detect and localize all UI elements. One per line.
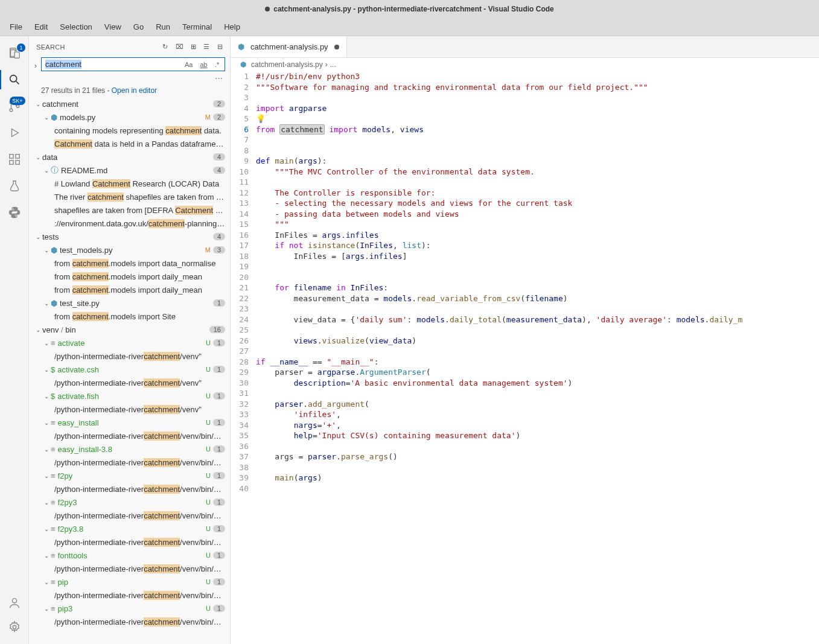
title-bar: catchment-analysis.py - python-intermedi… <box>0 0 819 18</box>
svg-point-3 <box>16 105 19 108</box>
result-line[interactable]: from catchment.models import Site <box>29 310 230 323</box>
svg-point-2 <box>10 109 13 112</box>
toggle-replace-icon[interactable]: › <box>31 61 40 70</box>
sidebar-title: SEARCH <box>36 43 65 51</box>
result-line[interactable]: The river catchment shapefiles are taken… <box>29 190 230 203</box>
result-line[interactable]: Catchment data is held in a Pandas dataf… <box>29 137 230 150</box>
activity-bar: 1 SK+ <box>0 36 29 644</box>
match-case-icon[interactable]: Aa <box>183 60 194 69</box>
menu-run[interactable]: Run <box>151 20 175 34</box>
menu-bar: File Edit Selection View Go Run Terminal… <box>0 18 819 36</box>
settings-gear-icon[interactable] <box>0 615 29 639</box>
result-line[interactable]: /python-intermediate-rivercatchment/venv… <box>29 562 230 575</box>
search-more-icon[interactable]: ⋯ <box>29 74 230 84</box>
file-pip[interactable]: ⌄≡pipU1 <box>29 575 230 588</box>
file-test-site[interactable]: ⌄⬢test_site.py1 <box>29 296 230 310</box>
sidebar-header: SEARCH ↻ ⌧ ⊞ ☰ ⊟ <box>29 36 230 57</box>
file-test-models[interactable]: ⌄⬢test_models.pyM3 <box>29 243 230 257</box>
folder-tests[interactable]: ⌄tests4 <box>29 230 230 243</box>
view-tree-icon[interactable]: ☰ <box>203 43 209 51</box>
code-content[interactable]: #!/usr/bin/env python3 """Software for m… <box>256 71 819 644</box>
folder-data[interactable]: ⌄data4 <box>29 150 230 164</box>
python-icon[interactable] <box>0 200 29 225</box>
result-line[interactable]: /python-intermediate-rivercatchment/venv… <box>29 535 230 549</box>
file-readme[interactable]: ⌄ⓘREADME.md4 <box>29 164 230 177</box>
file-activate[interactable]: ⌄≡activateU1 <box>29 336 230 349</box>
whole-word-icon[interactable]: ab <box>198 60 209 69</box>
python-file-icon: ⬢ <box>240 60 246 69</box>
svg-rect-6 <box>15 161 19 164</box>
result-line[interactable]: /python-intermediate-rivercatchment/venv… <box>29 456 230 469</box>
menu-go[interactable]: Go <box>129 20 148 34</box>
svg-rect-5 <box>9 161 13 164</box>
result-line[interactable]: /python-intermediate-rivercatchment/venv… <box>29 376 230 389</box>
result-line[interactable]: containing models representing catchment… <box>29 124 230 137</box>
result-line[interactable]: shapefiles are taken from [DEFRA Catchme… <box>29 203 230 217</box>
result-line[interactable]: # Lowland Catchment Research (LOCAR) Dat… <box>29 177 230 190</box>
svg-point-8 <box>12 599 16 603</box>
result-line[interactable]: from catchment.models import daily_mean <box>29 283 230 296</box>
dirty-dot-icon <box>265 7 270 11</box>
testing-icon[interactable] <box>0 174 29 198</box>
svg-point-0 <box>10 75 16 82</box>
tab-bar: ⬢ catchment-analysis.py <box>231 36 819 58</box>
file-activate-fish[interactable]: ⌄$activate.fishU1 <box>29 389 230 403</box>
menu-help[interactable]: Help <box>219 20 245 34</box>
search-input[interactable]: catchment Aa ab .* <box>41 57 225 71</box>
explorer-icon[interactable]: 1 <box>0 41 29 65</box>
scm-badge: SK+ <box>10 97 25 105</box>
tab-label: catchment-analysis.py <box>250 42 328 51</box>
run-debug-icon[interactable] <box>0 121 29 145</box>
menu-view[interactable]: View <box>100 20 126 34</box>
search-value: catchment <box>45 60 81 69</box>
result-line[interactable]: /python-intermediate-rivercatchment/venv… <box>29 615 230 628</box>
menu-selection[interactable]: Selection <box>55 20 97 34</box>
file-f2py38[interactable]: ⌄≡f2py3.8U1 <box>29 522 230 535</box>
results-summary: 27 results in 21 files - Open in editor <box>29 84 230 97</box>
svg-rect-7 <box>15 155 19 158</box>
window-title: catchment-analysis.py - python-intermedi… <box>273 5 554 13</box>
regex-icon[interactable]: .* <box>213 60 221 69</box>
file-f2py[interactable]: ⌄≡f2pyU1 <box>29 469 230 482</box>
search-icon[interactable] <box>0 68 29 92</box>
menu-terminal[interactable]: Terminal <box>177 20 217 34</box>
result-line[interactable]: /python-intermediate-rivercatchment/venv… <box>29 588 230 602</box>
extensions-icon[interactable] <box>0 147 29 171</box>
file-models-py[interactable]: ⌄⬢models.pyM2 <box>29 110 230 124</box>
menu-edit[interactable]: Edit <box>30 20 53 34</box>
editor-area: ⬢ catchment-analysis.py ⬢ catchment-anal… <box>231 36 819 644</box>
folder-catchment[interactable]: ⌄catchment2 <box>29 97 230 110</box>
file-activate-csh[interactable]: ⌄$activate.cshU1 <box>29 363 230 376</box>
editor-tab[interactable]: ⬢ catchment-analysis.py <box>231 36 347 57</box>
result-line[interactable]: ://environment.data.gov.uk/catchment-pla… <box>29 217 230 230</box>
search-sidebar: SEARCH ↻ ⌧ ⊞ ☰ ⊟ › catchment Aa ab .* ⋯ … <box>29 36 231 644</box>
svg-point-9 <box>13 625 16 629</box>
file-easy-install[interactable]: ⌄≡easy_installU1 <box>29 416 230 429</box>
result-line[interactable]: /python-intermediate-rivercatchment/venv… <box>29 482 230 496</box>
refresh-icon[interactable]: ↻ <box>162 43 168 51</box>
result-line[interactable]: /python-intermediate-rivercatchment/venv… <box>29 403 230 416</box>
line-gutter: 1 2 3 4 5 6 7 8 9 10 11 12 13 14 15 16 1… <box>231 71 256 644</box>
result-line[interactable]: from catchment.models import data_normal… <box>29 257 230 270</box>
file-easy-install-38[interactable]: ⌄≡easy_install-3.8U1 <box>29 442 230 456</box>
result-line[interactable]: from catchment.models import daily_mean <box>29 270 230 283</box>
result-line[interactable]: /python-intermediate-rivercatchment/venv… <box>29 509 230 522</box>
code-editor[interactable]: 1 2 3 4 5 6 7 8 9 10 11 12 13 14 15 16 1… <box>231 71 819 644</box>
file-fonttools[interactable]: ⌄≡fonttoolsU1 <box>29 549 230 562</box>
menu-file[interactable]: File <box>5 20 27 34</box>
search-results-tree: ⌄catchment2 ⌄⬢models.pyM2 containing mod… <box>29 97 230 644</box>
new-search-icon[interactable]: ⊞ <box>191 43 196 51</box>
file-pip3[interactable]: ⌄≡pip3U1 <box>29 602 230 615</box>
python-file-icon: ⬢ <box>238 42 244 51</box>
file-f2py3[interactable]: ⌄≡f2py3U1 <box>29 496 230 509</box>
collapse-all-icon[interactable]: ⊟ <box>217 43 223 51</box>
breadcrumb[interactable]: ⬢ catchment-analysis.py › ... <box>231 58 819 71</box>
result-line[interactable]: /python-intermediate-rivercatchment/venv… <box>29 349 230 363</box>
folder-venv[interactable]: ⌄venv / bin16 <box>29 323 230 336</box>
svg-rect-4 <box>9 155 13 158</box>
accounts-icon[interactable] <box>0 591 29 615</box>
clear-icon[interactable]: ⌧ <box>176 43 183 51</box>
open-in-editor-link[interactable]: Open in editor <box>112 86 157 95</box>
result-line[interactable]: /python-intermediate-rivercatchment/venv… <box>29 429 230 442</box>
source-control-icon[interactable]: SK+ <box>0 94 29 118</box>
